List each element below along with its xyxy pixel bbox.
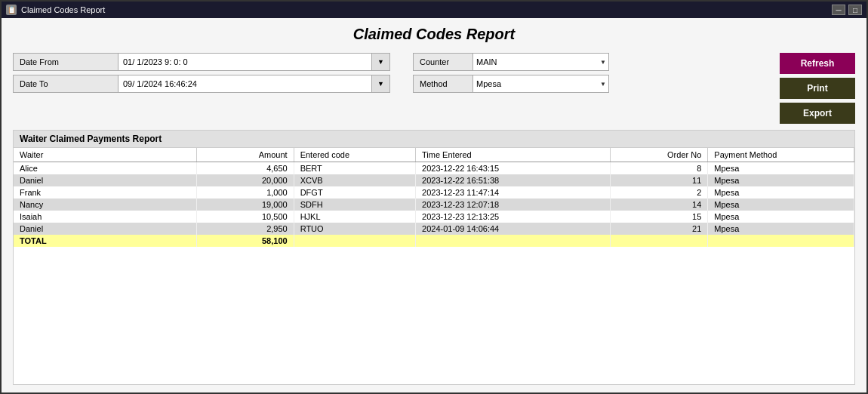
cell-amount: 2,950 xyxy=(196,223,294,235)
cell-order-no: 8 xyxy=(611,162,708,175)
counter-label: Counter xyxy=(413,53,473,71)
window-title: Claimed Codes Report xyxy=(21,5,105,14)
cell-order-no: 14 xyxy=(611,199,708,211)
cell-entered-code: XCVB xyxy=(294,174,415,186)
content-area: Claimed Codes Report Date From 01/ 1/202… xyxy=(2,18,866,392)
total-empty-3 xyxy=(611,235,708,247)
cell-payment-method: Mpesa xyxy=(708,211,854,223)
cell-waiter: Daniel xyxy=(14,174,196,186)
cell-waiter: Frank xyxy=(14,186,196,199)
cell-payment-method: Mpesa xyxy=(708,186,854,199)
cell-entered-code: HJKL xyxy=(294,211,415,223)
title-bar-left: 📋 Claimed Codes Report xyxy=(6,5,105,15)
cell-payment-method: Mpesa xyxy=(708,223,854,235)
col-header-amount: Amount xyxy=(196,148,294,162)
cell-payment-method: Mpesa xyxy=(708,162,854,175)
action-buttons: Refresh Print Export xyxy=(780,53,855,124)
table-row: Alice 4,650 BERT 2023-12-22 16:43:15 8 M… xyxy=(14,162,854,175)
cell-order-no: 15 xyxy=(611,211,708,223)
cell-order-no: 11 xyxy=(611,174,708,186)
table-row: Daniel 2,950 RTUO 2024-01-09 14:06:44 21… xyxy=(14,223,854,235)
refresh-button[interactable]: Refresh xyxy=(780,53,855,74)
report-section-title: Waiter Claimed Payments Report xyxy=(14,131,854,148)
cell-entered-code: RTUO xyxy=(294,223,415,235)
date-to-calendar-button[interactable]: ▼ xyxy=(372,75,390,93)
table-row: Nancy 19,000 SDFH 2023-12-23 12:07:18 14… xyxy=(14,199,854,211)
cell-time-entered: 2023-12-22 16:51:38 xyxy=(416,174,611,186)
cell-time-entered: 2023-12-22 16:43:15 xyxy=(416,162,611,175)
cell-waiter: Alice xyxy=(14,162,196,175)
print-button[interactable]: Print xyxy=(780,78,855,99)
table-total-row: TOTAL 58,100 xyxy=(14,235,854,247)
cell-amount: 20,000 xyxy=(196,174,294,186)
cell-amount: 10,500 xyxy=(196,211,294,223)
total-empty-1 xyxy=(294,235,415,247)
date-from-calendar-button[interactable]: ▼ xyxy=(372,53,390,71)
maximize-button[interactable]: □ xyxy=(848,5,862,15)
method-dropdown-wrapper: Mpesa Cash Card ALL ▼ xyxy=(473,75,609,93)
date-fields: Date From 01/ 1/2023 9: 0: 0 ▼ Date To 0… xyxy=(13,53,390,93)
main-window: 📋 Claimed Codes Report ─ □ Claimed Codes… xyxy=(0,0,868,394)
cell-waiter: Daniel xyxy=(14,223,196,235)
counter-row: Counter MAIN BAR ALL ▼ xyxy=(413,53,609,71)
cell-waiter: Nancy xyxy=(14,199,196,211)
total-label: TOTAL xyxy=(14,235,196,247)
method-row: Method Mpesa Cash Card ALL ▼ xyxy=(413,75,609,93)
table-body: Alice 4,650 BERT 2023-12-22 16:43:15 8 M… xyxy=(14,162,854,248)
date-to-row: Date To 09/ 1/2024 16:46:24 ▼ xyxy=(13,75,390,93)
cell-time-entered: 2023-12-23 11:47:14 xyxy=(416,186,611,199)
cell-amount: 1,000 xyxy=(196,186,294,199)
title-bar-controls: ─ □ xyxy=(832,5,862,15)
cell-amount: 19,000 xyxy=(196,199,294,211)
date-to-input[interactable]: 09/ 1/2024 16:46:24 xyxy=(119,75,372,93)
counter-select[interactable]: MAIN BAR ALL xyxy=(473,53,609,71)
report-table: Waiter Amount Entered code Time Entered … xyxy=(14,148,854,247)
report-title: Claimed Codes Report xyxy=(13,26,855,43)
date-to-label: Date To xyxy=(13,75,119,93)
date-from-input[interactable]: 01/ 1/2023 9: 0: 0 xyxy=(119,53,372,71)
cell-time-entered: 2024-01-09 14:06:44 xyxy=(416,223,611,235)
cell-payment-method: Mpesa xyxy=(708,174,854,186)
method-label: Method xyxy=(413,75,473,93)
col-header-order-no: Order No xyxy=(611,148,708,162)
cell-order-no: 2 xyxy=(611,186,708,199)
total-empty-2 xyxy=(416,235,611,247)
report-section: Waiter Claimed Payments Report Waiter Am… xyxy=(13,130,855,385)
total-amount: 58,100 xyxy=(196,235,294,247)
dropdown-fields: Counter MAIN BAR ALL ▼ Method Mp xyxy=(413,53,609,93)
table-row: Daniel 20,000 XCVB 2023-12-22 16:51:38 1… xyxy=(14,174,854,186)
controls-row: Date From 01/ 1/2023 9: 0: 0 ▼ Date To 0… xyxy=(13,53,855,124)
cell-time-entered: 2023-12-23 12:07:18 xyxy=(416,199,611,211)
cell-entered-code: SDFH xyxy=(294,199,415,211)
cell-order-no: 21 xyxy=(611,223,708,235)
col-header-entered-code: Entered code xyxy=(294,148,415,162)
export-button[interactable]: Export xyxy=(780,103,855,124)
date-from-row: Date From 01/ 1/2023 9: 0: 0 ▼ xyxy=(13,53,390,71)
date-from-label: Date From xyxy=(13,53,119,71)
cell-amount: 4,650 xyxy=(196,162,294,175)
cell-entered-code: BERT xyxy=(294,162,415,175)
window-icon: 📋 xyxy=(6,5,17,15)
col-header-waiter: Waiter xyxy=(14,148,196,162)
minimize-button[interactable]: ─ xyxy=(832,5,845,15)
method-select[interactable]: Mpesa Cash Card ALL xyxy=(473,75,609,93)
total-empty-4 xyxy=(708,235,854,247)
col-header-payment-method: Payment Method xyxy=(708,148,854,162)
col-header-time-entered: Time Entered xyxy=(416,148,611,162)
title-bar: 📋 Claimed Codes Report ─ □ xyxy=(2,2,866,18)
cell-waiter: Isaiah xyxy=(14,211,196,223)
cell-payment-method: Mpesa xyxy=(708,199,854,211)
table-row: Frank 1,000 DFGT 2023-12-23 11:47:14 2 M… xyxy=(14,186,854,199)
table-row: Isaiah 10,500 HJKL 2023-12-23 12:13:25 1… xyxy=(14,211,854,223)
counter-dropdown-wrapper: MAIN BAR ALL ▼ xyxy=(473,53,609,71)
cell-time-entered: 2023-12-23 12:13:25 xyxy=(416,211,611,223)
table-header-row: Waiter Amount Entered code Time Entered … xyxy=(14,148,854,162)
cell-entered-code: DFGT xyxy=(294,186,415,199)
